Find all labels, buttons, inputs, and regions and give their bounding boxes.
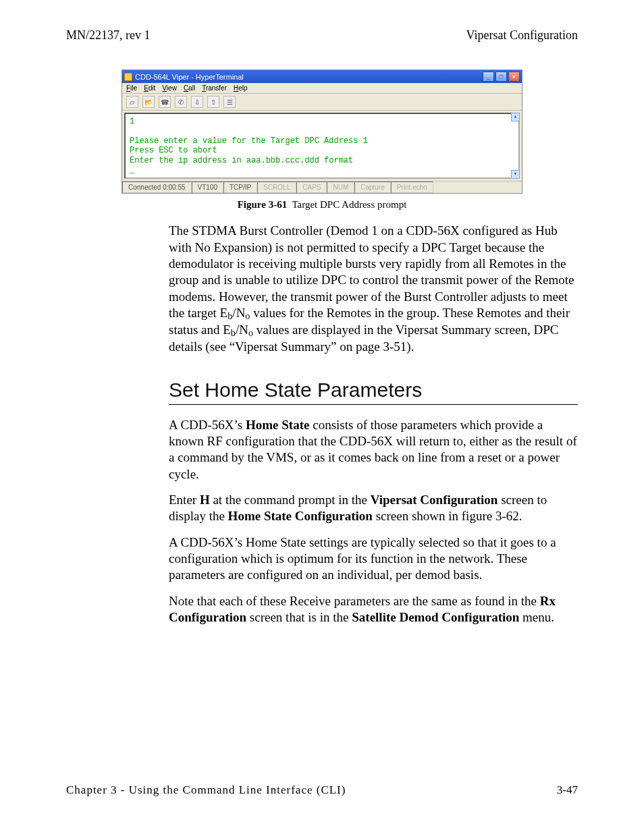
connect-icon[interactable]: ☎	[159, 96, 171, 108]
scroll-down-icon[interactable]: ▾	[511, 170, 520, 179]
menu-view[interactable]: View	[162, 84, 177, 92]
section-body: A CDD-56X’s Home State consists of those…	[169, 417, 578, 626]
menu-file[interactable]: File	[126, 84, 137, 92]
titlebar: CDD-564L Viper - HyperTerminal _ □ ×	[122, 70, 522, 83]
body-text: The STDMA Burst Controller (Demod 1 on a…	[169, 223, 578, 355]
scroll-up-icon[interactable]: ▴	[511, 113, 520, 121]
figure-caption-61: Figure 3-61 Target DPC Address prompt	[238, 199, 407, 211]
status-connected: Connected 0:00:55	[122, 182, 192, 193]
app-icon	[124, 73, 132, 81]
menu-bar: File Edit View Call Transfer Help	[122, 83, 522, 94]
page-header: MN/22137, rev 1 Vipersat Configuration	[66, 28, 578, 43]
open-icon[interactable]: 📂	[142, 96, 155, 108]
menu-transfer[interactable]: Transfer	[202, 84, 227, 92]
paragraph-1: The STDMA Burst Controller (Demod 1 on a…	[169, 223, 578, 355]
menu-call[interactable]: Call	[184, 84, 195, 92]
hyperterminal-window: CDD-564L Viper - HyperTerminal _ □ × Fil…	[122, 70, 522, 194]
disconnect-icon[interactable]: ✆	[175, 96, 187, 108]
minimize-button[interactable]: _	[483, 72, 494, 82]
new-icon[interactable]: ▱	[126, 96, 138, 108]
receive-icon[interactable]: ⇧	[207, 96, 219, 108]
status-printecho: Print echo	[391, 182, 433, 193]
close-button[interactable]: ×	[508, 72, 520, 82]
toolbar: ▱ 📂 ☎ ✆ ⇩ ⇧ ☰	[122, 94, 522, 111]
page-footer: Chapter 3 - Using the Command Line Inter…	[66, 783, 578, 797]
paragraph-5: Note that each of these Receive paramete…	[169, 593, 578, 626]
status-capture: Capture	[354, 182, 391, 193]
status-transport: TCP/IP	[223, 182, 257, 193]
status-caps: CAPS	[296, 182, 327, 193]
send-icon[interactable]: ⇩	[191, 96, 203, 108]
heading-rule	[169, 404, 578, 405]
header-right: Vipersat Configuration	[466, 28, 578, 43]
figure-caption-text: Target DPC Address prompt	[292, 199, 406, 210]
terminal-output[interactable]: 1 Please enter a value for the Target DP…	[124, 113, 520, 179]
paragraph-3: Enter H at the command prompt in the Vip…	[169, 492, 578, 525]
window-buttons: _ □ ×	[483, 72, 520, 82]
paragraph-4: A CDD-56X’s Home State settings are typi…	[169, 534, 578, 584]
footer-chapter: Chapter 3 - Using the Command Line Inter…	[66, 783, 346, 797]
maximize-button[interactable]: □	[495, 72, 507, 82]
figure-3-61: CDD-564L Viper - HyperTerminal _ □ × Fil…	[66, 70, 578, 211]
paragraph-2: A CDD-56X’s Home State consists of those…	[169, 417, 578, 482]
footer-page: 3-47	[557, 783, 578, 797]
status-num: NUM	[327, 182, 354, 193]
section-heading: Set Home State Parameters	[169, 379, 578, 402]
header-left: MN/22137, rev 1	[66, 28, 151, 43]
menu-edit[interactable]: Edit	[144, 84, 155, 92]
figure-label: Figure 3-61	[238, 199, 287, 210]
status-bar: Connected 0:00:55 VT100 TCP/IP SCROLL CA…	[122, 181, 522, 193]
window-title: CDD-564L Viper - HyperTerminal	[135, 73, 244, 81]
properties-icon[interactable]: ☰	[223, 96, 236, 108]
status-scroll: SCROLL	[257, 182, 296, 193]
status-emulation: VT100	[192, 182, 223, 193]
terminal-frame: 1 Please enter a value for the Target DP…	[122, 111, 522, 181]
menu-help[interactable]: Help	[234, 84, 248, 92]
